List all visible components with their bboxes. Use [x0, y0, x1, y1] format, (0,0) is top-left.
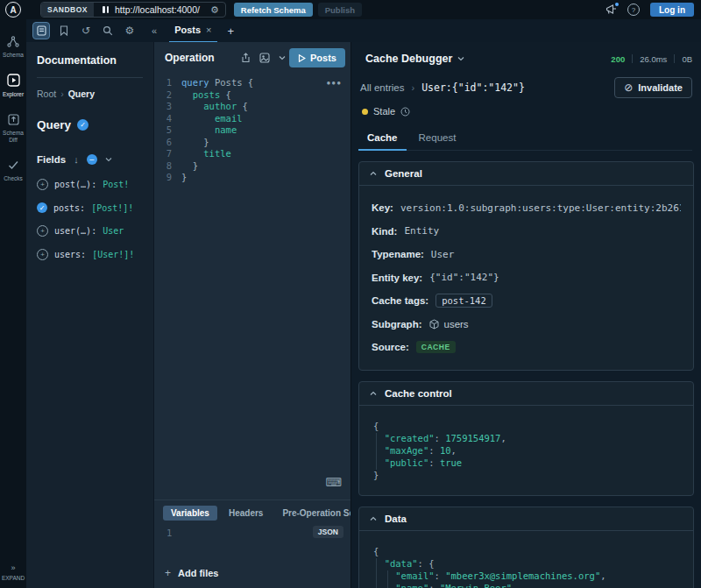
collapse-chevron-icon [370, 171, 377, 176]
json-line: "data": { [373, 557, 679, 570]
field-row[interactable]: +post(…):Post! [37, 179, 153, 190]
field-name: posts: [53, 203, 85, 213]
login-button[interactable]: Log in [650, 3, 694, 17]
bottom-tab-headers[interactable]: Headers [221, 506, 271, 521]
tab-posts[interactable]: Posts × [169, 18, 216, 43]
field-row[interactable]: +user(…):User [37, 225, 153, 237]
operation-bottom-panel: VariablesHeadersPre-Operation ScriptPost… [154, 499, 350, 588]
cache-tab-cache[interactable]: Cache [358, 129, 407, 151]
general-row: Typename:User [372, 243, 681, 266]
run-operation-button[interactable]: Posts [289, 48, 345, 67]
rail-item-schema[interactable]: Schema [0, 33, 26, 59]
query-editor[interactable]: 1query Posts {2 posts {3 author {4 email… [154, 74, 350, 499]
apollo-logo[interactable]: A [5, 2, 21, 18]
expand-rail-button[interactable]: » EXPAND [2, 563, 25, 581]
collapse-chevron-icon [370, 516, 377, 521]
invalidate-button[interactable]: ⊘ Invalidate [614, 77, 692, 98]
bottom-tab-variables[interactable]: Variables [163, 506, 217, 521]
history-icon[interactable]: ↺ [78, 23, 94, 39]
endpoint-url-input[interactable]: http://localhost:4000/ [115, 4, 200, 15]
add-files-button[interactable]: + Add files [154, 567, 350, 588]
endpoint-bar: SANDBOX http://localhost:4000/ ⚙ [40, 2, 226, 18]
field-selected-check-icon[interactable]: ✓ [37, 202, 47, 213]
general-row: Cache tags:post-142 [372, 289, 681, 313]
json-line: "maxAge": 10, [373, 444, 679, 457]
all-entries-link[interactable]: All entries [360, 82, 405, 93]
chevron-down-icon[interactable] [105, 157, 112, 162]
sort-arrow-icon[interactable]: ↓ [74, 154, 79, 165]
notification-dot [615, 3, 619, 6]
stale-dot [362, 109, 368, 115]
data-json: { "data": { "email": "mbeer3x@simplemach… [372, 542, 681, 588]
general-row: Subgraph:users [372, 313, 681, 337]
checks-icon [8, 157, 19, 173]
field-type[interactable]: Post! [103, 180, 129, 189]
line-number: 5 [154, 124, 172, 137]
rail-item-explorer[interactable]: Explorer [0, 73, 26, 98]
json-line: "public": true [373, 457, 679, 469]
settings-gear-icon[interactable]: ⚙ [122, 23, 138, 39]
expand-icon: » [11, 563, 15, 572]
cache-tabs: CacheRequest [358, 129, 692, 151]
plus-icon: + [165, 567, 171, 579]
new-tab-button[interactable]: + [228, 25, 235, 38]
documentation-panel: Documentation Root › Query Query ✓ Field… [26, 42, 154, 588]
json-mode-badge[interactable]: JSON [313, 526, 343, 538]
publish-button[interactable]: Publish [318, 3, 362, 17]
cache-tab-request[interactable]: Request [410, 129, 465, 151]
cache-debugger-panel: Cache Debugger 200 26.0ms 0B All entries… [350, 42, 701, 588]
operations-icon[interactable] [32, 22, 50, 39]
response-view-selector[interactable]: Cache Debugger [365, 53, 464, 65]
keyboard-shortcuts-icon[interactable]: ⌨ [325, 476, 342, 489]
close-tab-icon[interactable]: × [206, 25, 211, 35]
variables-editor[interactable]: 1 JSON [154, 524, 350, 567]
share-icon[interactable] [241, 53, 251, 63]
bottom-tab-pre-operation-script[interactable]: Pre-Operation Script [274, 506, 350, 521]
breadcrumb-separator: › [412, 82, 415, 93]
rail-item-checks[interactable]: Checks [0, 157, 26, 182]
collapse-panel-icon[interactable]: « [152, 25, 157, 36]
refetch-schema-button[interactable]: Refetch Schema [234, 3, 313, 17]
fields-header: Fields ↓ – [37, 154, 153, 165]
documentation-title: Documentation [37, 54, 153, 67]
save-operation-icon[interactable] [259, 53, 270, 63]
help-icon[interactable]: ? [627, 4, 640, 16]
field-add-icon[interactable]: + [37, 225, 48, 237]
pause-polling-icon[interactable] [103, 6, 109, 13]
cache-control-card-header[interactable]: Cache control [359, 382, 693, 406]
general-row: Kind:Entity [372, 220, 681, 244]
general-row-value: Entity [404, 225, 439, 237]
bookmark-icon[interactable] [56, 23, 72, 39]
code-line: 9} [154, 172, 350, 184]
play-icon [298, 54, 306, 62]
general-card-header[interactable]: General [359, 162, 693, 186]
explorer-toolbar: ↺ ⚙ « Posts × + [26, 19, 701, 42]
operation-header: Operation Posts [154, 42, 350, 74]
fields-list: +post(…):Post!✓posts:[Post!]!+user(…):Us… [37, 179, 153, 260]
field-type[interactable]: [User!]! [92, 250, 134, 259]
json-line: { [373, 545, 679, 557]
search-icon[interactable] [100, 23, 116, 39]
type-selected-check-icon: ✓ [77, 119, 89, 131]
subgraph-link[interactable]: users [429, 319, 469, 329]
announcements-icon[interactable] [605, 4, 617, 15]
field-add-icon[interactable]: + [37, 179, 48, 190]
data-card-header[interactable]: Data [359, 507, 693, 531]
deselect-all-icon[interactable]: – [87, 154, 97, 165]
field-add-icon[interactable]: + [37, 249, 48, 260]
field-row[interactable]: +users:[User!]! [37, 249, 153, 260]
general-row-label: Source: [372, 342, 409, 352]
cache-tag-chip[interactable]: post-142 [435, 294, 492, 308]
breadcrumb-root[interactable]: Root [37, 89, 56, 99]
field-type[interactable]: [Post!]! [91, 203, 133, 213]
chevron-down-icon[interactable] [279, 55, 286, 60]
line-number: 9 [154, 172, 172, 184]
rail-item-label: Explorer [3, 91, 24, 98]
field-row[interactable]: ✓posts:[Post!]! [37, 202, 153, 213]
editor-menu-icon[interactable]: ●●● [327, 79, 343, 87]
subgraph-cube-icon [429, 319, 439, 329]
field-type[interactable]: User [103, 226, 124, 236]
connection-settings-gear-icon[interactable]: ⚙ [210, 4, 219, 16]
rail-item-schema-diff[interactable]: Schema Diff [0, 111, 26, 143]
topbar-right: ? Log in [605, 3, 694, 17]
